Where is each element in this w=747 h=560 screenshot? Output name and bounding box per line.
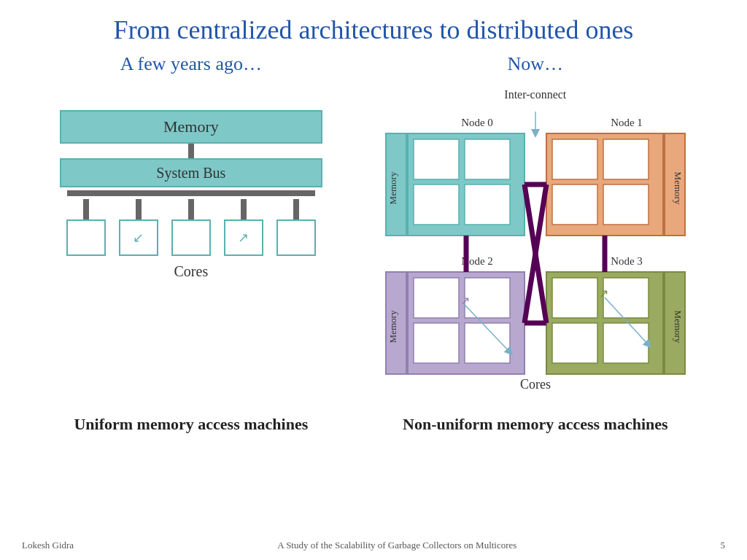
core-col-1: [66, 199, 106, 256]
svg-rect-13: [552, 184, 597, 225]
bottom-labels: Uniform memory access machines Non-unifo…: [29, 408, 718, 434]
svg-rect-8: [414, 184, 459, 225]
core-col-3: [171, 199, 211, 256]
svg-text:Node 1: Node 1: [611, 117, 643, 128]
svg-rect-6: [414, 139, 459, 179]
bottom-left-label: Uniform memory access machines: [29, 408, 353, 434]
svg-text:↗: ↗: [598, 287, 608, 300]
svg-text:Node 0: Node 0: [461, 117, 493, 128]
footer-author: Lokesh Gidra: [22, 540, 74, 551]
sysbus-box: System Bus: [60, 158, 322, 187]
bottom-right-label: Non-uniform memory access machines: [353, 408, 718, 434]
right-diagram-svg: Node 0 Node 1 Memory: [364, 112, 707, 396]
core-stem-4: [241, 199, 247, 219]
core-box-5: [276, 219, 316, 256]
right-section: Inter-connect Node 0 Node 1: [364, 88, 707, 399]
core-box-1: [66, 219, 106, 256]
footer-page: 5: [721, 540, 726, 551]
svg-text:Memory: Memory: [673, 172, 684, 205]
memory-box: Memory: [60, 110, 322, 144]
svg-rect-14: [603, 184, 649, 225]
svg-rect-7: [465, 139, 510, 179]
svg-rect-11: [552, 139, 597, 179]
left-header: A few years ago…: [120, 53, 262, 75]
svg-text:Memory: Memory: [387, 171, 398, 204]
arrow-icon-2: ↙: [133, 230, 144, 246]
svg-text:Memory: Memory: [387, 310, 398, 343]
svg-rect-30: [552, 323, 597, 363]
right-header: Now…: [508, 53, 564, 75]
core-stem-1: [83, 199, 89, 219]
svg-rect-24: [414, 323, 459, 363]
bus-bar: [67, 190, 315, 196]
svg-text:Cores: Cores: [520, 377, 551, 392]
core-stem-3: [188, 199, 194, 219]
core-col-5: [276, 199, 316, 256]
left-column: A few years ago… Memory System Bus: [29, 53, 353, 399]
slide: From centralized architectures to distri…: [0, 0, 747, 560]
memory-sysbus-connector: [188, 144, 194, 158]
svg-text:Memory: Memory: [673, 311, 684, 343]
main-columns: A few years ago… Memory System Bus: [29, 53, 718, 399]
svg-rect-22: [414, 278, 459, 318]
right-column: Now… Inter-connect Node 0: [353, 53, 718, 399]
svg-rect-29: [603, 278, 649, 318]
core-box-4: ↗: [224, 219, 263, 256]
svg-rect-28: [552, 278, 597, 318]
svg-rect-31: [603, 323, 649, 363]
core-stem-5: [293, 199, 299, 219]
arrow-icon-4: ↗: [238, 230, 249, 246]
svg-text:Node 3: Node 3: [611, 255, 643, 267]
svg-rect-9: [465, 184, 510, 225]
core-box-2: ↙: [119, 219, 158, 256]
svg-rect-12: [603, 139, 649, 179]
core-box-3: [171, 219, 211, 256]
cores-row: ↙ ↗: [66, 199, 316, 256]
core-stem-2: [136, 199, 142, 219]
core-col-2: ↙: [119, 199, 158, 256]
core-col-4: ↗: [224, 199, 263, 256]
cores-label-left: Cores: [174, 263, 209, 280]
footer-title: A Study of the Scalability of Garbage Co…: [74, 540, 720, 551]
slide-title: From centralized architectures to distri…: [29, 15, 718, 46]
footer: Lokesh Gidra A Study of the Scalability …: [0, 540, 747, 551]
left-diagram: Memory System Bus: [29, 110, 353, 280]
interconnect-area: Inter-connect: [364, 88, 707, 110]
interconnect-label: Inter-connect: [504, 88, 566, 101]
